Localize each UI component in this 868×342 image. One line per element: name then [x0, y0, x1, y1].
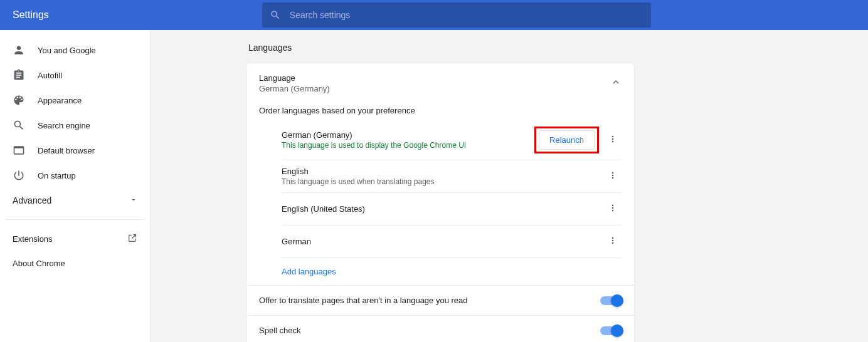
dots-vertical-icon — [608, 203, 618, 215]
palette-icon — [13, 94, 25, 106]
spell-check-label: Spell check — [259, 326, 300, 335]
languages-card: Language German (Germany) Order language… — [246, 63, 635, 342]
sidebar-item-search-engine[interactable]: Search engine — [0, 113, 150, 138]
sidebar-item-label: You and Google — [38, 46, 96, 55]
sidebar-item-label: Search engine — [38, 121, 90, 130]
search-icon — [13, 119, 25, 132]
spell-check-toggle[interactable] — [600, 326, 622, 335]
more-options-button[interactable] — [604, 232, 622, 251]
language-row: German — [282, 225, 622, 258]
sidebar-item-advanced[interactable]: Advanced — [0, 188, 150, 213]
search-icon — [270, 9, 281, 21]
sidebar-item-on-startup[interactable]: On startup — [0, 163, 150, 188]
language-name: German — [282, 237, 604, 246]
language-row: German (Germany) This language is used t… — [282, 120, 622, 160]
clipboard-icon — [13, 69, 25, 81]
offer-translate-row: Offer to translate pages that aren't in … — [246, 285, 634, 315]
relaunch-button[interactable]: Relaunch — [539, 130, 595, 150]
more-options-button[interactable] — [604, 167, 622, 186]
language-name: English (United States) — [282, 204, 604, 214]
offer-translate-toggle[interactable] — [600, 296, 622, 305]
chevron-down-icon — [130, 195, 137, 205]
section-title: Languages — [246, 43, 635, 53]
power-icon — [13, 169, 25, 182]
spell-check-row: Spell check — [246, 315, 634, 342]
sidebar: You and Google Autofill Appearance Searc… — [0, 30, 151, 342]
external-link-icon — [127, 233, 137, 245]
language-subtitle: German (Germany) — [259, 84, 330, 93]
app-header: Settings — [0, 0, 868, 30]
language-row: English (United States) — [282, 193, 622, 225]
main-area: Languages Language German (Germany) Orde… — [151, 30, 868, 342]
person-icon — [13, 44, 25, 56]
sidebar-item-label: Extensions — [13, 234, 53, 244]
language-name: English — [282, 167, 604, 176]
dots-vertical-icon — [608, 170, 618, 182]
browser-icon — [13, 144, 25, 157]
offer-translate-label: Offer to translate pages that aren't in … — [259, 296, 468, 305]
language-row: English This language is used when trans… — [282, 160, 622, 193]
divider — [5, 219, 145, 220]
language-name: German (Germany) — [282, 130, 534, 140]
sidebar-item-default-browser[interactable]: Default browser — [0, 138, 150, 163]
sidebar-item-you-and-google[interactable]: You and Google — [0, 38, 150, 63]
language-note: This language is used to display the Goo… — [282, 141, 534, 150]
sidebar-item-appearance[interactable]: Appearance — [0, 88, 150, 113]
search-input[interactable] — [290, 10, 643, 20]
language-header[interactable]: Language German (Germany) — [246, 63, 634, 96]
sidebar-item-autofill[interactable]: Autofill — [0, 63, 150, 88]
sidebar-item-extensions[interactable]: Extensions — [0, 226, 150, 251]
sidebar-item-label: Autofill — [38, 71, 62, 80]
sidebar-item-label: Appearance — [38, 96, 82, 105]
header-title: Settings — [13, 9, 49, 21]
chevron-up-icon — [610, 76, 622, 90]
sidebar-item-label: On startup — [38, 171, 76, 180]
preference-text: Order languages based on your preference — [246, 96, 634, 120]
language-note: This language is used when translating p… — [282, 177, 604, 186]
more-options-button[interactable] — [604, 199, 622, 219]
sidebar-item-label: Default browser — [38, 146, 95, 155]
dots-vertical-icon — [608, 134, 618, 146]
sidebar-item-about[interactable]: About Chrome — [0, 251, 150, 276]
language-title: Language — [259, 73, 330, 83]
search-container[interactable] — [262, 3, 651, 28]
highlight-box: Relaunch — [534, 127, 599, 153]
content: You and Google Autofill Appearance Searc… — [0, 30, 868, 342]
sidebar-item-label: Advanced — [13, 195, 51, 205]
more-options-button[interactable] — [604, 130, 622, 150]
add-languages-button[interactable]: Add languages — [246, 258, 634, 285]
dots-vertical-icon — [608, 236, 618, 247]
